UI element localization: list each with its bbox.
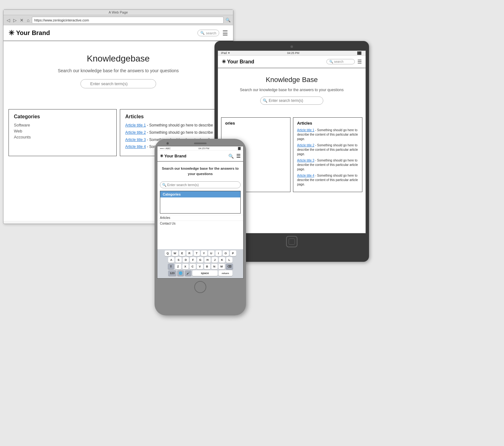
phone-categories-body — [160, 197, 240, 213]
key-p[interactable]: P — [230, 250, 236, 256]
browser-search-icon: 🔍 — [226, 18, 231, 22]
hamburger-icon[interactable]: ☰ — [222, 29, 228, 37]
phone-home-button[interactable] — [194, 281, 206, 293]
key-q[interactable]: Q — [165, 250, 171, 256]
phone-status-bar: ••••○ ABC 04:25 PM ▐█ — [157, 146, 243, 151]
header-search-box[interactable]: 🔍 search — [197, 30, 219, 36]
article-link[interactable]: Article title 1 — [125, 123, 146, 127]
phone-header-icons: 🔍 ☰ — [228, 153, 241, 159]
tablet-kb-title: Knowledge Base — [223, 76, 360, 84]
tablet-brand-name: Your Brand — [227, 59, 254, 65]
kb-hero: Knowledgebase Search our knowledge base … — [3, 41, 233, 98]
key-c[interactable]: C — [190, 264, 196, 269]
browser-toolbar: ◁ ▷ ✕ ⌂ 🔍 — [3, 15, 233, 25]
list-item: Article title 3 - Something should go he… — [297, 158, 358, 172]
url-bar[interactable] — [32, 17, 224, 24]
categories-title: Categories — [14, 114, 111, 120]
key-return[interactable]: return — [219, 270, 232, 276]
phone-kb-search-input[interactable] — [160, 181, 241, 188]
key-g[interactable]: G — [197, 257, 203, 263]
header-search-placeholder: search — [206, 31, 216, 35]
key-123[interactable]: 123 — [168, 270, 176, 276]
key-backspace[interactable]: ⌫ — [226, 264, 233, 269]
key-z[interactable]: Z — [175, 264, 181, 269]
key-t[interactable]: T — [194, 250, 200, 256]
list-item: Article title 2 - Something should go he… — [297, 143, 358, 156]
phone-kb-hero: Search our knowledge base for the answer… — [157, 161, 243, 179]
tablet-status-center: 04:25 PM — [287, 51, 299, 55]
search-icon: 🔍 — [200, 31, 205, 35]
kb-search-input[interactable] — [80, 79, 156, 88]
key-l[interactable]: L — [226, 257, 232, 263]
tablet-kb-subtitle: Search our knowledge base for the answer… — [223, 87, 360, 93]
key-globe[interactable]: 🌐 — [177, 270, 184, 276]
phone-nav-contact[interactable]: Contact Us — [157, 220, 243, 226]
key-v[interactable]: V — [197, 264, 203, 269]
key-a[interactable]: A — [168, 257, 174, 263]
categories-box: Categories Software Web Accounts — [9, 109, 117, 156]
article-link[interactable]: Article title 4 — [125, 144, 146, 149]
key-j[interactable]: J — [212, 257, 218, 263]
article-link[interactable]: Article title 2 — [125, 130, 146, 135]
phone-brand-name: Your Brand — [164, 154, 186, 158]
key-u[interactable]: U — [208, 250, 214, 256]
tablet-kb-hero: Knowledge Base Search our knowledge base… — [218, 68, 366, 110]
kb-search-wrap: 🔍 — [80, 79, 156, 88]
key-m[interactable]: M — [219, 264, 225, 269]
phone-nav-items: Articles Contact Us — [157, 215, 243, 226]
key-w[interactable]: W — [172, 250, 178, 256]
tablet-status-bar: iPad ✦ 04:25 PM ▐█▌ — [218, 51, 366, 56]
phone-site-header: ✳ Your Brand 🔍 ☰ — [157, 151, 243, 161]
key-shift[interactable]: ⇧ — [168, 264, 174, 269]
tablet-kb-search-wrap: 🔍 — [260, 97, 323, 105]
browser-titlebar: A Web Page — [3, 10, 233, 15]
key-mic[interactable]: 🎤 — [185, 270, 191, 276]
key-h[interactable]: H — [204, 257, 211, 263]
tablet-search-placeholder: search — [334, 60, 343, 63]
home-button[interactable]: ⌂ — [26, 18, 30, 23]
key-e[interactable]: E — [179, 250, 185, 256]
phone-nav-articles[interactable]: Articles — [157, 215, 243, 220]
key-n[interactable]: N — [211, 264, 218, 269]
list-item: Web — [14, 129, 111, 133]
close-button[interactable]: ✕ — [19, 18, 24, 23]
tablet-search-box[interactable]: 🔍 search — [326, 59, 355, 64]
key-s[interactable]: S — [175, 257, 182, 263]
key-space[interactable]: space — [192, 270, 218, 276]
forward-button[interactable]: ▷ — [13, 18, 17, 23]
article-link[interactable]: Article title 3 — [297, 159, 314, 162]
phone-speaker — [194, 143, 207, 144]
tablet-kb-search-input[interactable] — [260, 97, 323, 105]
key-k[interactable]: K — [219, 257, 225, 263]
phone-kb-subtitle: Search our knowledge base for the answer… — [161, 166, 240, 176]
phone-search-icon[interactable]: 🔍 — [228, 154, 234, 159]
article-link[interactable]: Article title 3 — [125, 138, 146, 142]
kb-title: Knowledgebase — [10, 54, 227, 64]
phone-categories-label: Categories — [163, 192, 181, 196]
key-o[interactable]: O — [223, 250, 229, 256]
key-b[interactable]: B — [204, 264, 210, 269]
phone-kb-search: 🔍 — [157, 181, 243, 188]
phone-keyboard: Q W E R T Y U I O P A S D F G H J K L — [157, 249, 243, 278]
tablet-kb-search: 🔍 — [223, 97, 360, 105]
phone-device: ••••○ ABC 04:25 PM ▐█ ✳ Your Brand 🔍 ☰ S… — [155, 139, 246, 315]
back-button[interactable]: ◁ — [6, 18, 11, 23]
tablet-articles-list: Article title 1 - Something should go he… — [297, 128, 358, 187]
key-i[interactable]: I — [215, 250, 222, 256]
browser-title: A Web Page — [109, 10, 128, 14]
key-r[interactable]: R — [186, 250, 193, 256]
tablet-header-right: 🔍 search ☰ — [326, 59, 362, 65]
site-brand-name: Your Brand — [16, 29, 50, 37]
tablet-hamburger-icon[interactable]: ☰ — [357, 59, 362, 65]
article-link[interactable]: Article title 2 — [297, 144, 314, 147]
article-link[interactable]: Article title 4 — [297, 174, 314, 177]
key-d[interactable]: D — [183, 257, 189, 263]
article-link[interactable]: Article title 1 — [297, 128, 314, 132]
phone-hamburger-icon[interactable]: ☰ — [236, 153, 241, 159]
tablet-categories-title: ories — [225, 121, 286, 126]
key-x[interactable]: X — [182, 264, 189, 269]
tablet-logo-asterisk-icon: ✳ — [222, 59, 226, 65]
key-y[interactable]: Y — [201, 250, 207, 256]
tablet-home-button[interactable] — [286, 236, 297, 247]
key-f[interactable]: F — [190, 257, 196, 263]
